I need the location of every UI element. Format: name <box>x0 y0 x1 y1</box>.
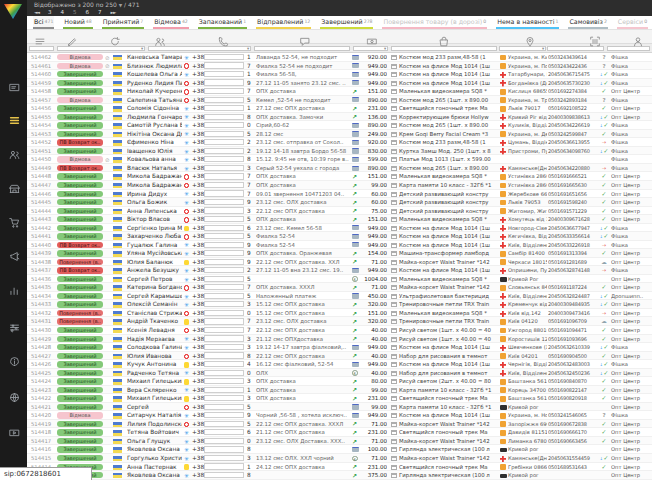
table-row[interactable]: 514448 Завершений ⊘ Микола Бадражан +38 … <box>27 172 652 181</box>
sidebar-item-stats[interactable] <box>7 283 21 297</box>
table-row[interactable]: 514446 Завершений ⊘ Ирина Дидух ✳ +38 7 … <box>27 190 652 199</box>
table-row[interactable]: 514429 Завершений ⊘ Надія Мерзаєва ✳ +38… <box>27 335 652 344</box>
tab-відмова[interactable]: Відмова42 <box>153 16 188 29</box>
sidebar-item-info[interactable] <box>7 354 21 368</box>
table-row[interactable]: 514452 ПВ Возврат ок.. ⊘ Єфименко Ніна ✳… <box>27 138 652 147</box>
sidebar-item-clients[interactable] <box>7 147 21 161</box>
table-row[interactable]: 514453 Завершений ⊘ Нікітіна Оксана Дми.… <box>27 130 652 139</box>
phone-icon[interactable] <box>218 32 229 51</box>
payment-icon[interactable] <box>367 32 378 51</box>
table-row[interactable]: 514428 Завершений ⊘ Солодкова Галина В..… <box>27 343 652 352</box>
sidebar-item-orders[interactable] <box>7 113 21 127</box>
tab-новий[interactable]: Новий48 <box>63 16 92 29</box>
sidebar-item-dashboard[interactable] <box>7 80 21 94</box>
table-row[interactable]: 514415 Завершений ⊘ Горгулько Христина..… <box>27 454 652 463</box>
tab-нема-в-наявності[interactable]: Нема в наявності1 <box>496 16 559 29</box>
tab-завершений[interactable]: Завершений278 <box>320 16 373 29</box>
table-row[interactable]: 514423 Завершений ⊘ Вера Скляренко ✳ +38… <box>27 386 652 395</box>
table-row[interactable]: 514451 Завершений ⊘ Іващенко Юлія ✳ +38 … <box>27 147 652 156</box>
table-row[interactable]: 514458 Завершений ⊘ Николай Кучеренко +3… <box>27 87 652 96</box>
table-row[interactable]: 514432 Повернення (в.. ⊘ Станіслав Стриж… <box>27 309 652 318</box>
chevron-down-icon[interactable]: ▾ <box>247 46 249 52</box>
table-row[interactable]: 514455 Завершений ⊘ Людмила Гончарова ✳ … <box>27 113 652 122</box>
table-row[interactable]: 514417 Завершений ⊘ Ольга Глущук ✳ +38 0… <box>27 437 652 446</box>
table-row[interactable]: 514420 Відмова ⊘ Ситарчук Наталія Гр.. ✳… <box>27 411 652 420</box>
page-4[interactable]: 4 <box>60 9 64 16</box>
chevron-down-icon[interactable]: ▾ <box>384 46 386 52</box>
table-row[interactable]: 514454 Завершений ⊘ Самотій Руслана Во..… <box>27 121 652 130</box>
table-row[interactable]: 514461 Відмова ⊘ Близнюк Людмила .. +38 … <box>27 62 652 71</box>
page-3[interactable]: 3 <box>48 9 52 16</box>
table-row[interactable]: 514445 Завершений ⊘ Ольга Божик ✳ +38 9 … <box>27 198 652 207</box>
tab-запакований[interactable]: Запакований1 <box>198 16 247 29</box>
filter-input[interactable] <box>499 46 546 52</box>
table-row[interactable]: 514418 Завершений ⊘ Тетяна Войтович ✳ +3… <box>27 428 652 437</box>
table-row[interactable]: 514419 Завершений ⊘ Лилия Подолинская +3… <box>27 420 652 429</box>
address-icon[interactable] <box>525 32 536 51</box>
table-row[interactable]: 514447 Завершений ⊘ Микола Бадражан +38 … <box>27 181 652 190</box>
table-row[interactable]: 514433 Завершений ⊘ Олексій Семанін ✳ +3… <box>27 300 652 309</box>
status-pencil-icon[interactable] <box>67 32 78 51</box>
table-row[interactable]: 514435 Завершений ⊘ Катерина Богданова +… <box>27 283 652 292</box>
table-row[interactable]: 514438 Повернення (в.. ⊘ Юлия Баланюк +3… <box>27 258 652 267</box>
page-6[interactable]: 6 <box>85 9 89 16</box>
ttn-icon[interactable] <box>590 32 601 51</box>
tab-самовивіз[interactable]: Самовивіз2 <box>568 16 607 29</box>
table-row[interactable]: 514426 Завершений ⊘ Кучук Антонина +38 4… <box>27 360 652 369</box>
table-row[interactable]: 514437 ПВ Возврат ок.. ⊘ Анжела Безушку … <box>27 266 652 275</box>
comment-icon[interactable] <box>300 32 311 51</box>
table-row[interactable]: 514431 Повернення (в.. ⊘ Андрій Ткаченко… <box>27 317 652 326</box>
table-row[interactable]: 514424 Завершений ⊘ Михаил Гилецький +38… <box>27 377 652 386</box>
table-row[interactable]: 514413 Завершений ⊘ Яковлева Оксана ✳ +3… <box>27 471 652 480</box>
sidebar-item-cart[interactable] <box>7 215 21 229</box>
table-row[interactable]: 514436 Завершений ⊘ Сергей Петров ✳ +38 … <box>27 275 652 284</box>
sidebar-item-megaphone[interactable] <box>7 249 21 263</box>
table-row[interactable]: 514434 Завершений ⊘ Сергей Карамышев ✳ +… <box>27 292 652 301</box>
sidebar-item-globe[interactable] <box>7 390 21 404</box>
table-row[interactable]: 514416 Завершений ⊘ Яковлева Оксана ✳ +3… <box>27 445 652 454</box>
orders-list-icon[interactable] <box>35 32 46 51</box>
table-row[interactable]: 514444 Завершений ⊘ Анна Липенська +38 3… <box>27 207 652 216</box>
filter-input[interactable] <box>607 46 650 52</box>
table-row[interactable]: 514425 Завершений ⊘ Радченко Тетяна ✳ +3… <box>27 369 652 378</box>
pager-last-icon[interactable]: ►► <box>110 9 115 16</box>
comment-text: Лаванда 52-54, не подходит <box>256 53 349 61</box>
table-row[interactable]: 514440 ПВ Возврат ок.. ⊘ Гуцалюк Галина … <box>27 241 652 250</box>
table-row[interactable]: 514459 Завершений ⊘ Руденко Лидия Пав.. … <box>27 79 652 88</box>
table-row[interactable]: 514449 ПВ Возврат ок.. ⊘ Власюк Наталья … <box>27 164 652 173</box>
tab-повернення-товару-в-дорозі-[interactable]: Повернення товару (в дорозі)0 <box>382 16 487 29</box>
table-row[interactable]: 514439 Завершений ⊘ Уляна Мусійовська ✳ … <box>27 249 652 258</box>
sidebar-item-store[interactable] <box>7 181 21 195</box>
tab-відправлений[interactable]: Відправлений12 <box>256 16 311 29</box>
tab-прийнятий[interactable]: Прийнятий7 <box>102 16 145 29</box>
table-row[interactable]: 514421 Завершений ⊘ Сергей +38 5 99.00 К… <box>27 403 652 412</box>
app-logo-icon[interactable] <box>4 4 22 19</box>
sidebar-item-video[interactable] <box>7 425 21 439</box>
sidebar-item-sliders[interactable] <box>7 320 21 334</box>
table-row[interactable]: 514462 Відмова ⊘ Каневська Тамара .. ✳ +… <box>27 53 652 62</box>
chevron-down-icon[interactable]: ▼ <box>119 3 122 8</box>
chevron-down-icon[interactable]: ▾ <box>542 46 544 52</box>
page-7[interactable]: 7 <box>98 9 102 16</box>
clients-icon[interactable] <box>155 32 166 51</box>
table-row[interactable]: 514442 Завершений ⊘ Сергієнко Ірина Ми..… <box>27 224 652 233</box>
pager-first-icon[interactable]: ◄◄ <box>34 9 39 16</box>
refresh-icon[interactable] <box>110 32 121 51</box>
product-icon[interactable] <box>439 32 450 51</box>
tab-сервіси[interactable]: Сервіси0 <box>617 16 648 29</box>
table-row[interactable]: 514441 Завершений ⊘ Захарченко Люба +38 … <box>27 232 652 241</box>
table-row[interactable]: 514450 Відмова ⊘ Ковальова анна ✳ +38 8 … <box>27 155 652 164</box>
tab-всі[interactable]: Всі471 <box>33 16 54 29</box>
showing-range[interactable]: Відображено з 200 по 250 ▼ / 471 <box>34 1 140 8</box>
table-row[interactable]: 514443 Завершений ⊘ Віктор Власов +38 5 … <box>27 215 652 224</box>
table-row[interactable]: 514427 Завершений ⊘ Юлия Иванова +38 8 2… <box>27 352 652 361</box>
table-row[interactable]: 514456 Завершений ⊘ Соломія Сідоніна ✳ +… <box>27 104 652 113</box>
manager-icon[interactable] <box>633 32 644 51</box>
table-row[interactable]: 514414 Завершений ⊘ Анна Пастернак +38 1… <box>27 463 652 472</box>
page-5[interactable]: 5 <box>73 9 77 16</box>
table-row[interactable]: 514422 Завершений ⊘ Михаил Гилецький +38… <box>27 394 652 403</box>
chevron-down-icon[interactable]: ▾ <box>141 46 143 52</box>
table-row[interactable]: 514430 Завершений ⊘ Ксенія Левадня +38 7… <box>27 326 652 335</box>
table-row[interactable]: 514460 Завершений ⊘ Кошелева Ольга Ар.. … <box>27 70 652 79</box>
table-row[interactable]: 514457 Відмова ⊘ Салепина Татьяна С.. +3… <box>27 96 652 105</box>
